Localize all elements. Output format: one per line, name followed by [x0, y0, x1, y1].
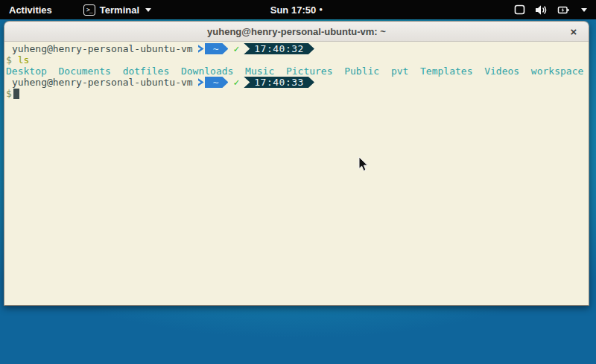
- directory-entry: Desktop: [6, 66, 47, 77]
- prompt-user-host: yuheng@henry-personal-ubuntu-vm: [12, 77, 193, 88]
- close-button[interactable]: ×: [565, 22, 583, 41]
- clock-label: Sun 17:50: [270, 4, 316, 16]
- typed-command: ls: [18, 54, 30, 66]
- terminal-window: yuheng@henry-personal-ubuntu-vm: ~ × yuh…: [4, 21, 589, 306]
- terminal-cursor: [13, 89, 19, 99]
- window-titlebar[interactable]: yuheng@henry-personal-ubuntu-vm: ~ ×: [4, 22, 589, 42]
- mouse-cursor-icon: [358, 156, 369, 172]
- directory-entry: Templates: [420, 66, 472, 77]
- directory-entry: Music: [245, 66, 274, 77]
- clock-button[interactable]: Sun 17:50 ●: [270, 4, 323, 16]
- command-line: $ ls: [6, 54, 589, 66]
- terminal-screen[interactable]: yuheng@henry-personal-ubuntu-vm ~ ✓ 17:4…: [4, 42, 589, 305]
- directory-entry: Downloads: [181, 66, 233, 77]
- powerline-chevron-icon: [198, 78, 204, 86]
- window-title: yuheng@henry-personal-ubuntu-vm: ~: [207, 26, 386, 37]
- prompt-user-host: yuheng@henry-personal-ubuntu-vm: [12, 43, 193, 54]
- input-line[interactable]: $: [6, 88, 589, 99]
- directory-entry: Documents: [58, 66, 110, 77]
- gnome-top-bar: Activities >_ Terminal Sun 17:50 ●: [0, 0, 596, 19]
- prompt-line-2: yuheng@henry-personal-ubuntu-vm ~ ✓ 17:4…: [6, 77, 589, 88]
- prompt-dollar: $: [6, 54, 12, 66]
- app-menu-label: Terminal: [100, 4, 139, 16]
- directory-entry: Pictures: [286, 66, 333, 77]
- directory-entry: Videos: [484, 66, 519, 77]
- prompt-time-segment: 17:40:33: [244, 77, 314, 88]
- prompt-success-check-icon: ✓: [233, 43, 239, 54]
- battery-charging-icon: [557, 4, 570, 16]
- directory-entry: workspace: [531, 66, 583, 77]
- terminal-icon: >_: [83, 4, 95, 16]
- volume-icon: [535, 4, 548, 16]
- prompt-dollar: $: [6, 88, 12, 99]
- chevron-down-icon: [145, 8, 151, 12]
- chevron-down-icon: [581, 8, 587, 12]
- system-status-area[interactable]: [514, 4, 596, 16]
- directory-entry: Public: [344, 66, 379, 77]
- notification-dot-icon: ●: [319, 6, 323, 13]
- directory-entry: dotfiles: [123, 66, 170, 77]
- prompt-cwd-segment: ~: [205, 43, 229, 54]
- display-icon: [514, 4, 525, 16]
- prompt-time-segment: 17:40:32: [244, 43, 314, 54]
- prompt-line-1: yuheng@henry-personal-ubuntu-vm ~ ✓ 17:4…: [6, 43, 589, 54]
- ls-output-line: Desktop Documents dotfiles Downloads Mus…: [6, 66, 589, 77]
- prompt-success-check-icon: ✓: [233, 77, 239, 88]
- powerline-chevron-icon: [198, 45, 204, 53]
- activities-button[interactable]: Activities: [0, 4, 61, 16]
- directory-entry: pvt: [391, 66, 408, 77]
- prompt-cwd-segment: ~: [205, 77, 229, 88]
- app-menu-terminal[interactable]: >_ Terminal: [83, 4, 151, 16]
